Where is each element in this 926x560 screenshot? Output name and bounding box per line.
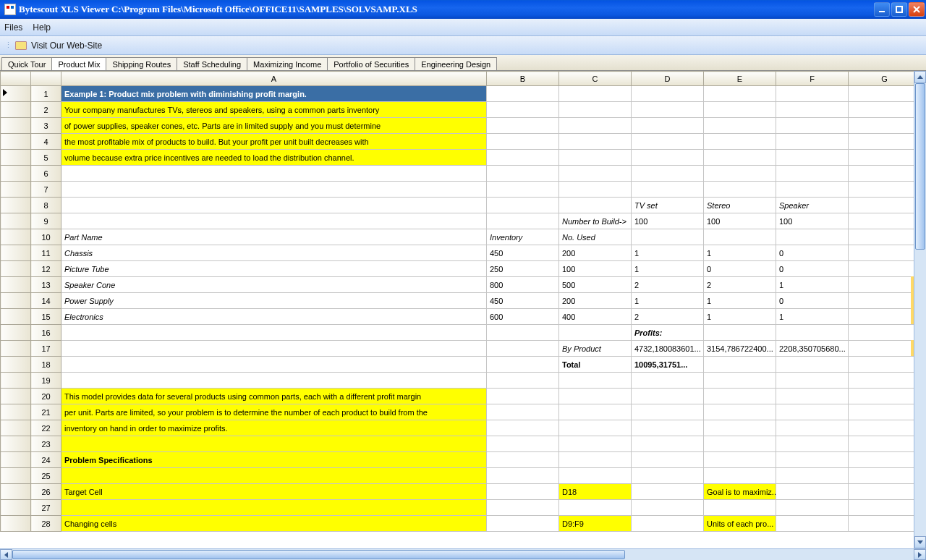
toolbar-grip: ⋮ xyxy=(4,41,11,50)
maximize-button[interactable] xyxy=(891,2,907,17)
sheet-tab-portfolio-of-securities[interactable]: Portfolio of Securities xyxy=(327,57,415,70)
sheet-tab-shipping-routes[interactable]: Shipping Routes xyxy=(106,57,177,70)
sheet-tab-quick-tour[interactable]: Quick Tour xyxy=(1,57,52,70)
folder-icon xyxy=(15,40,27,51)
sheet-tab-product-mix[interactable]: Product Mix xyxy=(51,57,106,70)
toolbar: ⋮ Visit Our Web-Site xyxy=(0,36,926,55)
sheet-tab-maximizing-income[interactable]: Maximizing Income xyxy=(247,57,328,70)
close-button[interactable] xyxy=(909,2,925,17)
minimize-button[interactable] xyxy=(874,2,890,17)
svg-rect-1 xyxy=(896,7,902,12)
app-icon xyxy=(4,4,16,15)
titlebar: Bytescout XLS Viewer C:\Program Files\Mi… xyxy=(0,0,926,19)
menubar: Files Help xyxy=(0,19,926,36)
window-title: Bytescout XLS Viewer C:\Program Files\Mi… xyxy=(19,4,874,15)
menu-files[interactable]: Files xyxy=(4,22,22,33)
sheet-tab-staff-scheduling[interactable]: Staff Scheduling xyxy=(177,57,247,70)
sheet-tab-engineering-design[interactable]: Engineering Design xyxy=(415,57,497,70)
window-buttons xyxy=(874,2,925,17)
menu-help[interactable]: Help xyxy=(33,22,51,33)
sheet-tabs: Quick TourProduct MixShipping RoutesStaf… xyxy=(0,55,926,71)
visit-website-button[interactable]: Visit Our Web-Site xyxy=(31,41,102,51)
